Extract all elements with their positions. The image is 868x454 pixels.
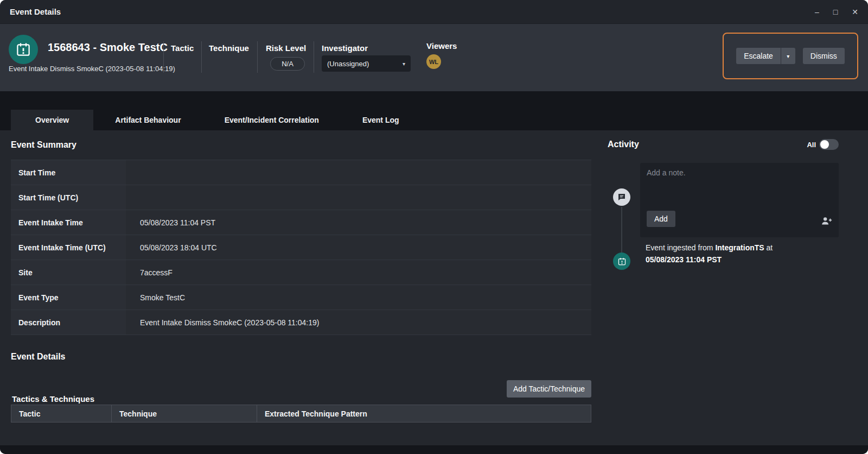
timeline-entry-connector: at [767, 243, 773, 252]
row-label: Start Time (UTC) [11, 185, 126, 210]
event-actions-group: Escalate ▾ Dismiss [723, 33, 858, 79]
column-divider [314, 41, 314, 73]
column-divider [163, 41, 164, 73]
event-subtitle: Event Intake Dismiss SmokeC (2023-05-08 … [9, 65, 175, 73]
risk-level-label: Risk Level [266, 43, 306, 53]
toggle-knob [820, 140, 829, 149]
table-row: Event Type Smoke TestC [11, 285, 591, 310]
timeline-entry-prefix: Event ingested from [646, 243, 713, 252]
activity-filter-label: All [807, 141, 816, 149]
tactic-column-label: Tactic [171, 43, 194, 53]
tab-bar: Overview Artifact Behaviour Event/Incide… [0, 91, 868, 130]
window-bottom-edge [0, 445, 868, 454]
tab-event-incident-correlation[interactable]: Event/Incident Correlation [203, 110, 341, 130]
add-note-box: Add [640, 163, 839, 237]
row-value [126, 185, 591, 210]
note-input[interactable] [647, 168, 832, 209]
row-label: Start Time [11, 160, 126, 185]
column-divider [201, 41, 202, 73]
table-row: Event Intake Time (UTC) 05/08/2023 18:04… [11, 235, 591, 260]
row-label: Description [11, 310, 126, 335]
risk-level-value: N/A [270, 57, 305, 71]
row-value: Event Intake Dismiss SmokeC (2023-05-08 … [126, 310, 591, 335]
timeline-connector [621, 207, 622, 253]
row-value: Smoke TestC [126, 285, 591, 310]
dismiss-button[interactable]: Dismiss [803, 48, 845, 64]
table-row: Site 7accessF [11, 260, 591, 285]
row-label: Event Type [11, 285, 126, 310]
add-tactic-technique-button[interactable]: Add Tactic/Technique [507, 380, 591, 398]
note-footer: Add [647, 211, 832, 227]
timeline-entry: Event ingested from IntegrationTS at 05/… [646, 242, 837, 266]
event-details-heading: Event Details [11, 352, 65, 362]
event-summary-section: Event Summary Start Time Start Time (UTC… [11, 130, 591, 445]
column-header-tactic: Tactic [11, 405, 112, 422]
activity-all-toggle[interactable] [819, 139, 839, 150]
maximize-icon[interactable]: □ [833, 8, 838, 16]
activity-heading: Activity [608, 140, 639, 149]
row-label: Event Intake Time [11, 210, 126, 235]
event-calendar-icon [9, 35, 38, 64]
window-controls: – □ ✕ [815, 8, 858, 16]
row-value: 7accessF [126, 260, 591, 285]
row-value: 05/08/2023 18:04 UTC [126, 235, 591, 260]
row-value: 05/08/2023 11:04 PST [126, 210, 591, 235]
column-divider [257, 41, 258, 73]
investigator-selected-value: (Unassigned) [327, 60, 369, 68]
viewers-label: Viewers [426, 41, 457, 51]
tactics-techniques-heading: Tactics & Techniques [12, 394, 94, 403]
activity-header: Activity All [608, 139, 839, 150]
event-summary-heading: Event Summary [11, 140, 76, 150]
investigator-select[interactable]: (Unassigned) ▾ [322, 55, 411, 72]
escalate-split-button: Escalate ▾ [736, 48, 795, 64]
tactics-table-header: Tactic Technique Extracted Technique Pat… [11, 405, 591, 423]
column-header-extracted-pattern: Extracted Technique Pattern [257, 405, 591, 422]
assign-person-icon[interactable] [820, 215, 832, 227]
window-titlebar: Event Details – □ ✕ [0, 0, 868, 24]
event-title: 1568643 - Smoke TestC [48, 41, 168, 54]
escalate-dropdown-button[interactable]: ▾ [781, 48, 795, 64]
minimize-icon[interactable]: – [815, 8, 819, 16]
row-value [126, 160, 591, 185]
viewer-avatar: WL [426, 54, 441, 69]
escalate-button[interactable]: Escalate [736, 48, 781, 64]
investigator-label: Investigator [322, 43, 368, 53]
note-chat-icon [613, 188, 630, 206]
event-summary-table: Start Time Start Time (UTC) Event Intake… [11, 160, 591, 335]
timeline-event-icon [613, 253, 630, 270]
add-note-button[interactable]: Add [647, 211, 675, 227]
overview-tab-content: Event Summary Start Time Start Time (UTC… [0, 130, 868, 445]
close-icon[interactable]: ✕ [852, 8, 858, 16]
table-row: Description Event Intake Dismiss SmokeC … [11, 310, 591, 335]
column-header-technique: Technique [112, 405, 257, 422]
tab-overview[interactable]: Overview [11, 110, 93, 130]
technique-column-label: Technique [209, 43, 249, 53]
table-row: Event Intake Time 05/08/2023 11:04 PST [11, 210, 591, 235]
chevron-down-icon: ▾ [403, 61, 405, 67]
timeline-entry-source: IntegrationTS [715, 243, 764, 252]
row-label: Event Intake Time (UTC) [11, 235, 126, 260]
tab-artifact-behaviour[interactable]: Artifact Behaviour [93, 110, 202, 130]
timeline-entry-timestamp: 05/08/2023 11:04 PST [646, 255, 722, 264]
table-row: Start Time [11, 160, 591, 185]
window-title: Event Details [10, 7, 61, 16]
tab-event-log[interactable]: Event Log [341, 110, 421, 130]
event-details-window: Event Details – □ ✕ 1568643 - Smoke Test… [0, 0, 868, 454]
row-label: Site [11, 260, 126, 285]
event-header: 1568643 - Smoke TestC Event Intake Dismi… [0, 24, 868, 91]
table-row: Start Time (UTC) [11, 185, 591, 210]
activity-panel: Activity All Add [608, 130, 839, 445]
